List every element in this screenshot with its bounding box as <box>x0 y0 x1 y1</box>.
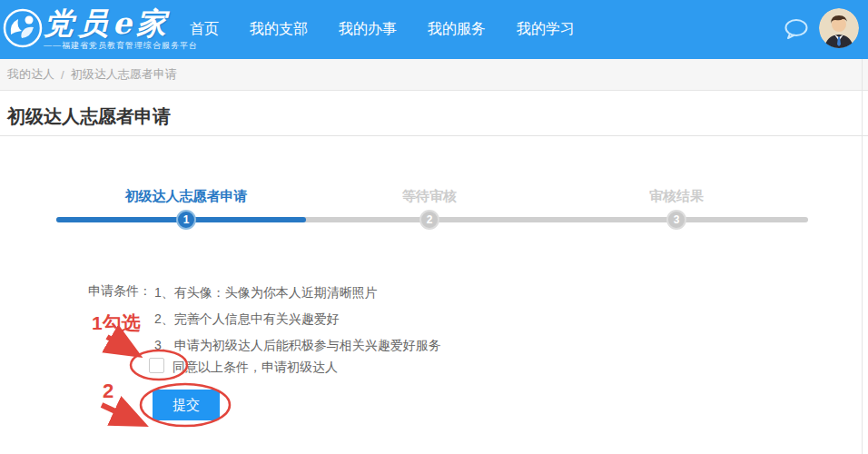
agreement-checkbox[interactable] <box>149 358 164 373</box>
nav-item-my-branch[interactable]: 我的支部 <box>246 20 311 39</box>
user-avatar[interactable] <box>819 8 859 48</box>
annotation-step2-arrow <box>102 405 139 422</box>
annotation-step1-text: 1勾选 <box>92 312 141 333</box>
step-3-label: 审核结果 <box>577 188 776 205</box>
conditions-label: 申请条件： <box>88 283 152 300</box>
submit-button[interactable]: 提交 <box>153 390 220 420</box>
condition-item-2: 2、完善个人信息中有关兴趣爱好 <box>154 310 441 336</box>
title-bar: 初级达人志愿者申请 <box>0 91 868 136</box>
nav-item-my-affairs[interactable]: 我的办事 <box>335 20 400 39</box>
annotation-step1-arrow <box>107 337 133 352</box>
step-2-label: 等待审核 <box>330 188 529 205</box>
breadcrumb: 我的达人 / 初级达人志愿者申请 <box>0 59 868 91</box>
condition-item-3: 3、申请为初级达人后能积极参与相关兴趣爱好服务 <box>154 336 441 362</box>
logo-subtitle: ——福建省党员教育管理综合服务平台 <box>44 40 198 52</box>
main-nav: 首页 我的支部 我的办事 我的服务 我的学习 <box>186 0 578 59</box>
conditions-list: 1、有头像：头像为你本人近期清晰照片 2、完善个人信息中有关兴趣爱好 3、申请为… <box>154 283 441 362</box>
logo-emblem-icon <box>2 7 44 49</box>
condition-item-1: 1、有头像：头像为你本人近期清晰照片 <box>154 283 441 310</box>
step-1-label: 初级达人志愿者申请 <box>86 188 286 205</box>
app-header: 党员e家 ——福建省党员教育管理综合服务平台 首页 我的支部 我的办事 我的服务… <box>0 0 868 59</box>
breadcrumb-my-experts[interactable]: 我的达人 <box>7 66 54 83</box>
page-title: 初级达人志愿者申请 <box>7 104 171 129</box>
breadcrumb-separator: / <box>61 68 64 82</box>
annotation-step2-text: 2 <box>103 380 113 402</box>
breadcrumb-current-page: 初级达人志愿者申请 <box>71 66 177 83</box>
nav-item-my-services[interactable]: 我的服务 <box>424 20 489 39</box>
chat-bubble-icon[interactable] <box>784 18 809 40</box>
nav-item-home[interactable]: 首页 <box>186 20 222 39</box>
nav-item-my-learning[interactable]: 我的学习 <box>513 20 578 39</box>
step-3-dot: 3 <box>666 210 686 230</box>
content-right-border <box>862 59 863 454</box>
step-1-dot: 1 <box>176 210 196 230</box>
agreement-label: 同意以上条件，申请初级达人 <box>173 360 338 376</box>
step-2-dot: 2 <box>419 210 439 230</box>
logo-title: 党员e家 <box>44 4 171 44</box>
step-progress: 初级达人志愿者申请 等待审核 审核结果 1 2 3 <box>56 186 808 236</box>
